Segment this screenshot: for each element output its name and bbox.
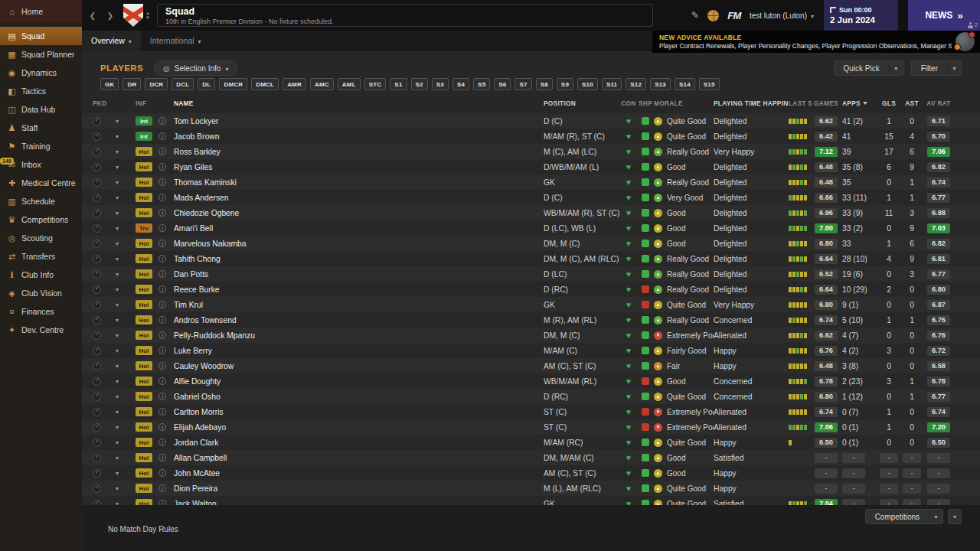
player-name[interactable]: Jack Walton xyxy=(174,500,544,506)
player-name[interactable]: Elijah Adebayo xyxy=(174,423,544,432)
sidebar-item-training[interactable]: ⚑ Training xyxy=(0,137,82,155)
row-select-checkbox[interactable] xyxy=(93,469,101,478)
table-row[interactable]: Hol Ryan Giles D/WB/M/AM (L) ▲Good Delig… xyxy=(82,159,980,174)
position-filter-s14[interactable]: S14 xyxy=(675,78,695,90)
sidebar-item-data-hub[interactable]: ◫ Data Hub xyxy=(0,100,82,119)
player-info-icon[interactable] xyxy=(158,362,166,370)
table-row[interactable]: Hol Elijah Adebayo ST (C) ▼Extremely Poo… xyxy=(82,419,980,435)
sidebar-item-medical-centre[interactable]: ✚ Medical Centre xyxy=(0,174,82,192)
row-expand-chevron-icon[interactable] xyxy=(116,210,136,217)
quick-pick-dropdown-chevron[interactable] xyxy=(889,61,903,75)
column-header-av-rat[interactable]: AV RAT xyxy=(923,99,954,107)
position-filter-s11[interactable]: S11 xyxy=(602,78,622,90)
row-select-checkbox[interactable] xyxy=(93,132,101,141)
player-info-icon[interactable] xyxy=(158,178,166,186)
sidebar-item-tactics[interactable]: ◧ Tactics xyxy=(0,82,82,100)
player-info-icon[interactable] xyxy=(158,393,166,400)
row-select-checkbox[interactable] xyxy=(93,362,101,370)
table-row[interactable]: Hol Mads Andersen D (C) ▲Very Good Delig… xyxy=(82,190,980,205)
row-expand-chevron-icon[interactable] xyxy=(116,256,136,262)
row-expand-chevron-icon[interactable] xyxy=(116,439,136,446)
table-row[interactable]: Hol Allan Campbell DM, M/AM (C) ▲Good Sa… xyxy=(82,450,980,465)
position-filter-dr[interactable]: DR xyxy=(122,78,141,90)
club-switch-chevrons-icon[interactable]: ▲▼ xyxy=(145,11,150,20)
player-name[interactable]: Tim Krul xyxy=(174,301,544,309)
player-name[interactable]: Gabriel Osho xyxy=(174,393,544,401)
player-name[interactable]: Marvelous Nakamba xyxy=(174,240,544,248)
position-filter-s7[interactable]: S7 xyxy=(514,78,531,90)
position-filter-s6[interactable]: S6 xyxy=(494,78,511,90)
row-expand-chevron-icon[interactable] xyxy=(116,393,136,400)
player-info-icon[interactable] xyxy=(158,163,166,171)
row-select-checkbox[interactable] xyxy=(93,255,101,263)
table-row[interactable]: Hol Carlton Morris ST (C) ▼Extremely Poo… xyxy=(82,404,980,419)
player-info-icon[interactable] xyxy=(158,377,166,385)
filter-dropdown-chevron[interactable] xyxy=(947,61,961,75)
sidebar-item-home[interactable]: ⌂ Home xyxy=(0,0,82,22)
row-select-checkbox[interactable] xyxy=(93,500,101,506)
edit-icon[interactable]: ✎ xyxy=(691,10,699,21)
player-name[interactable]: Jordan Clark xyxy=(174,439,544,447)
player-info-icon[interactable] xyxy=(158,439,166,446)
player-info-icon[interactable] xyxy=(158,285,166,293)
position-filter-stc[interactable]: STC xyxy=(364,78,387,90)
sidebar-item-dev-centre[interactable]: ✦ Dev. Centre xyxy=(0,321,82,339)
row-expand-chevron-icon[interactable] xyxy=(116,470,136,477)
player-name[interactable]: Tom Lockyer xyxy=(174,117,544,126)
column-header-morale[interactable]: MORALE xyxy=(654,99,714,107)
row-expand-chevron-icon[interactable] xyxy=(116,363,136,370)
table-row[interactable]: Hol Jordan Clark M/AM (RC) ▲Quite Good H… xyxy=(82,435,980,450)
player-name[interactable]: Amari'i Bell xyxy=(174,224,544,233)
table-row[interactable]: Hol Chiedozie Ogbene WB/M/AM (R), ST (C)… xyxy=(82,205,980,220)
table-row[interactable]: Trv Amari'i Bell D (LC), WB (L) ▲Good De… xyxy=(82,220,980,236)
player-name[interactable]: Jacob Brown xyxy=(174,132,544,141)
table-row[interactable]: Hol Tim Krul GK ▲Quite Good Very Happy 6… xyxy=(82,297,980,312)
player-info-icon[interactable] xyxy=(158,484,166,492)
player-name[interactable]: Dion Pereira xyxy=(174,484,544,493)
sidebar-item-scouting[interactable]: ◎ Scouting xyxy=(0,229,82,247)
row-expand-chevron-icon[interactable] xyxy=(116,455,136,461)
row-select-checkbox[interactable] xyxy=(93,454,101,462)
row-expand-chevron-icon[interactable] xyxy=(116,302,136,308)
position-filter-gk[interactable]: GK xyxy=(100,78,119,90)
table-row[interactable]: Int Tom Lockyer D (C) ▲Quite Good Deligh… xyxy=(82,113,980,129)
position-filter-aml[interactable]: AML xyxy=(338,78,361,90)
column-header-shp[interactable]: SHP xyxy=(637,99,654,107)
column-header-gls[interactable]: GLS xyxy=(877,99,900,107)
column-header-last-5-games[interactable]: LAST 5 GAMES xyxy=(789,99,842,107)
column-header-con[interactable]: CON xyxy=(620,99,637,107)
row-expand-chevron-icon[interactable] xyxy=(116,409,136,416)
row-select-checkbox[interactable] xyxy=(93,423,101,432)
player-info-icon[interactable] xyxy=(158,469,166,477)
sidebar-item-inbox[interactable]: 149 ✉ Inbox xyxy=(0,155,82,174)
player-info-icon[interactable] xyxy=(158,500,166,505)
player-name[interactable]: Allan Campbell xyxy=(174,454,544,462)
sidebar-item-squad-planner[interactable]: ▦ Squad Planner xyxy=(0,45,82,64)
row-select-checkbox[interactable] xyxy=(93,148,101,156)
player-info-icon[interactable] xyxy=(158,209,166,217)
player-info-icon[interactable] xyxy=(158,408,166,416)
row-select-checkbox[interactable] xyxy=(93,408,101,416)
row-select-checkbox[interactable] xyxy=(93,224,101,233)
row-expand-chevron-icon[interactable] xyxy=(116,164,136,171)
table-row[interactable]: Hol Reece Burke D (RC) ▲Really Good Deli… xyxy=(82,282,980,297)
player-info-icon[interactable] xyxy=(158,224,166,232)
advisor-avatar[interactable] xyxy=(956,32,975,51)
row-select-checkbox[interactable] xyxy=(93,178,101,187)
table-row[interactable]: Hol Dion Pereira M (L), AM (RLC) ▲Quite … xyxy=(82,481,980,496)
row-select-checkbox[interactable] xyxy=(93,194,101,202)
position-filter-s3[interactable]: S3 xyxy=(432,78,449,90)
row-select-checkbox[interactable] xyxy=(93,484,101,493)
competitions-dropdown-chevron[interactable] xyxy=(929,510,942,523)
position-filter-s13[interactable]: S13 xyxy=(650,78,671,90)
selection-info-dropdown[interactable]: Selection Info xyxy=(154,60,237,76)
row-expand-chevron-icon[interactable] xyxy=(116,148,136,155)
row-select-checkbox[interactable] xyxy=(93,117,101,126)
game-date-continue[interactable]: Sun 00:00 2 Jun 2024 xyxy=(824,0,898,31)
position-filter-s5[interactable]: S5 xyxy=(473,78,490,90)
position-filter-s8[interactable]: S8 xyxy=(536,78,553,90)
player-info-icon[interactable] xyxy=(158,240,166,247)
player-name[interactable]: Carlton Morris xyxy=(174,408,544,416)
player-name[interactable]: Pelly-Ruddock Mpanzu xyxy=(174,331,544,340)
player-info-icon[interactable] xyxy=(158,255,166,262)
